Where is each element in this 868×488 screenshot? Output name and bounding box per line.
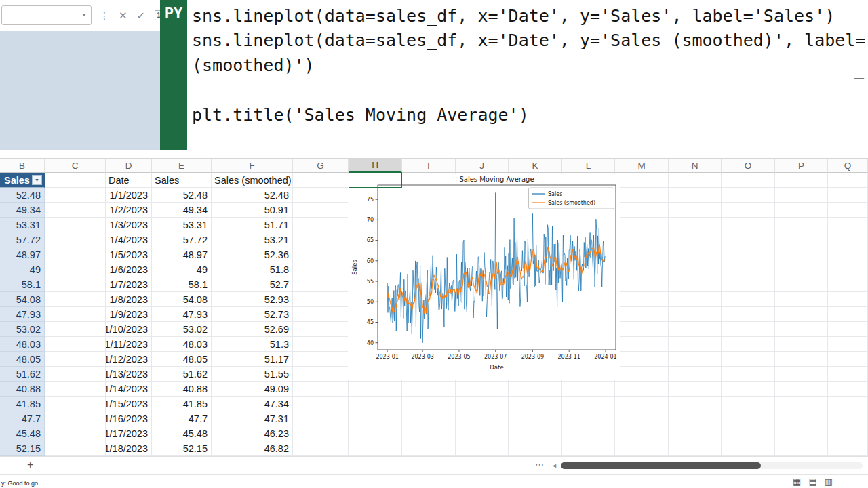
cell[interactable]: [722, 188, 775, 203]
column-header-I[interactable]: I: [402, 159, 456, 173]
cell[interactable]: [349, 382, 402, 396]
cell[interactable]: [402, 426, 456, 441]
cell[interactable]: [615, 382, 669, 396]
cell[interactable]: [828, 262, 868, 277]
cell[interactable]: 51.62: [152, 367, 212, 382]
cell[interactable]: [828, 232, 868, 247]
cell[interactable]: [45, 277, 106, 292]
cell[interactable]: [45, 262, 106, 277]
cell[interactable]: [402, 382, 456, 396]
cell[interactable]: [722, 337, 775, 352]
cell[interactable]: [722, 203, 775, 218]
cell[interactable]: [722, 218, 775, 232]
cell[interactable]: [615, 262, 669, 277]
cell[interactable]: [669, 218, 722, 232]
formula-bar-scrollbar-icon[interactable]: —: [854, 72, 864, 83]
cell[interactable]: [456, 441, 509, 456]
cell[interactable]: 1/5/2023: [106, 247, 152, 262]
cell[interactable]: [293, 307, 349, 322]
column-header-K[interactable]: K: [509, 159, 562, 173]
cell[interactable]: 48.03: [0, 337, 45, 352]
cell[interactable]: [615, 441, 669, 456]
cell[interactable]: [722, 262, 775, 277]
cell[interactable]: [615, 426, 669, 441]
cell[interactable]: [615, 232, 669, 247]
cell[interactable]: 47.34: [212, 396, 293, 411]
cell[interactable]: [293, 441, 349, 456]
cell[interactable]: [615, 247, 669, 262]
cell[interactable]: [775, 396, 828, 411]
cell[interactable]: 48.05: [152, 352, 212, 367]
cell[interactable]: [669, 277, 722, 292]
cell[interactable]: [293, 277, 349, 292]
cell[interactable]: [509, 426, 562, 441]
cell[interactable]: [509, 396, 562, 411]
cell[interactable]: [45, 232, 106, 247]
cell[interactable]: 54.08: [152, 292, 212, 307]
cell[interactable]: [562, 382, 615, 396]
column-header-N[interactable]: N: [669, 159, 722, 173]
cell[interactable]: [45, 173, 106, 188]
cell[interactable]: [669, 411, 722, 426]
cell[interactable]: [615, 367, 669, 382]
cell[interactable]: [293, 203, 349, 218]
cell[interactable]: 52.48: [0, 188, 45, 203]
cell[interactable]: [509, 382, 562, 396]
cell[interactable]: 46.23: [212, 426, 293, 441]
cell[interactable]: [45, 382, 106, 396]
cell[interactable]: [615, 352, 669, 367]
cell[interactable]: 1/10/2023: [106, 322, 152, 337]
enter-icon[interactable]: ✓: [137, 9, 146, 22]
cell[interactable]: 1/1/2023: [106, 188, 152, 203]
cell[interactable]: [828, 188, 868, 203]
cell[interactable]: 40.88: [152, 382, 212, 396]
cell[interactable]: [775, 352, 828, 367]
cell[interactable]: [775, 382, 828, 396]
cell[interactable]: [828, 307, 868, 322]
page-break-view-icon[interactable]: ▥: [825, 476, 833, 487]
cell[interactable]: 1/15/2023: [106, 396, 152, 411]
cell[interactable]: [402, 411, 456, 426]
cell[interactable]: 45.48: [0, 426, 45, 441]
column-header-J[interactable]: J: [456, 159, 509, 173]
cell[interactable]: 41.85: [0, 396, 45, 411]
cell[interactable]: 49.09: [212, 382, 293, 396]
cell[interactable]: 1/12/2023: [106, 352, 152, 367]
cell[interactable]: [45, 441, 106, 456]
cell[interactable]: [349, 411, 402, 426]
cell[interactable]: 48.97: [0, 247, 45, 262]
cell[interactable]: [669, 367, 722, 382]
cell[interactable]: [722, 232, 775, 247]
cell[interactable]: [775, 277, 828, 292]
cell[interactable]: [722, 411, 775, 426]
cell[interactable]: 53.21: [212, 232, 293, 247]
cell[interactable]: [722, 247, 775, 262]
cell[interactable]: [456, 411, 509, 426]
cell[interactable]: [669, 188, 722, 203]
cell[interactable]: [775, 307, 828, 322]
cell[interactable]: 52.7: [212, 277, 293, 292]
cell[interactable]: [669, 247, 722, 262]
cell[interactable]: 49: [0, 262, 45, 277]
cell[interactable]: [775, 292, 828, 307]
cell[interactable]: [828, 441, 868, 456]
column-header-E[interactable]: E: [152, 159, 212, 173]
cell[interactable]: [615, 396, 669, 411]
cell[interactable]: [349, 396, 402, 411]
column-header-G[interactable]: G: [293, 159, 349, 173]
cell[interactable]: [615, 277, 669, 292]
cell[interactable]: [45, 352, 106, 367]
cell[interactable]: [45, 188, 106, 203]
cell[interactable]: [45, 396, 106, 411]
cell[interactable]: 50.91: [212, 203, 293, 218]
cell[interactable]: [562, 411, 615, 426]
cell[interactable]: 53.02: [152, 322, 212, 337]
cell[interactable]: 54.08: [0, 292, 45, 307]
cell[interactable]: 41.85: [152, 396, 212, 411]
cell[interactable]: [775, 232, 828, 247]
cell[interactable]: [293, 188, 349, 203]
column-header-P[interactable]: P: [775, 159, 828, 173]
cell[interactable]: [509, 411, 562, 426]
cell[interactable]: 48.97: [152, 247, 212, 262]
cell[interactable]: [45, 337, 106, 352]
